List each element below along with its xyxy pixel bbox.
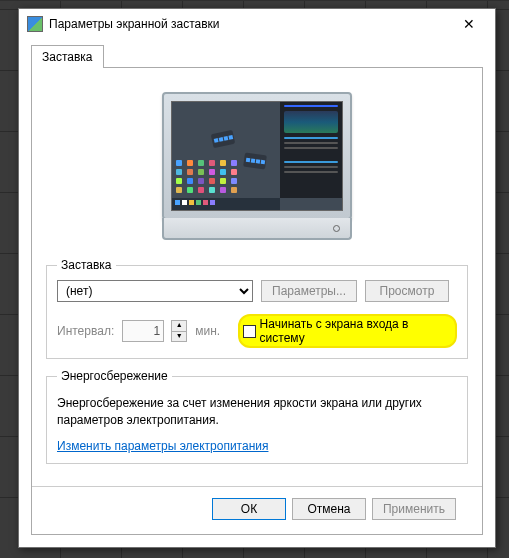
apply-button[interactable]: Применить <box>372 498 456 520</box>
tab-panel: Заставка (нет) Параметры... Просмотр Инт… <box>31 67 483 535</box>
close-icon: ✕ <box>463 16 475 32</box>
tab-screensaver[interactable]: Заставка <box>31 45 104 68</box>
resume-highlight: Начинать с экрана входа в систему <box>238 314 457 348</box>
chevron-down-icon[interactable]: ▼ <box>172 331 186 341</box>
energy-legend: Энергосбережение <box>57 369 172 383</box>
power-settings-link[interactable]: Изменить параметры электропитания <box>57 439 268 453</box>
preview-side-panel <box>280 102 342 198</box>
screensaver-group: Заставка (нет) Параметры... Просмотр Инт… <box>46 258 468 359</box>
interval-stepper[interactable]: ▲ ▼ <box>171 320 187 342</box>
window-title: Параметры экранной заставки <box>49 17 447 31</box>
screensaver-legend: Заставка <box>57 258 116 272</box>
resume-label: Начинать с экрана входа в систему <box>260 317 447 345</box>
dialog-button-bar: ОК Отмена Применить <box>46 487 468 520</box>
settings-button[interactable]: Параметры... <box>261 280 357 302</box>
preview-taskbar <box>172 198 280 210</box>
desktop-tile-icon <box>243 153 267 170</box>
close-button[interactable]: ✕ <box>447 10 491 38</box>
interval-input[interactable] <box>122 320 164 342</box>
interval-label: Интервал: <box>57 324 114 338</box>
energy-text: Энергосбережение за счет изменения яркос… <box>57 395 457 429</box>
interval-unit: мин. <box>195 324 220 338</box>
app-icon <box>27 16 43 32</box>
resume-checkbox[interactable] <box>243 325 255 338</box>
desktop-tile-icon <box>211 130 235 148</box>
titlebar: Параметры экранной заставки ✕ <box>19 9 495 39</box>
power-icon <box>333 225 340 232</box>
chevron-up-icon[interactable]: ▲ <box>172 321 186 331</box>
preview-button[interactable]: Просмотр <box>365 280 449 302</box>
screensaver-settings-dialog: Параметры экранной заставки ✕ Заставка <box>18 8 496 548</box>
monitor-preview <box>162 92 352 240</box>
cancel-button[interactable]: Отмена <box>292 498 366 520</box>
desktop-icon-grid <box>176 160 239 193</box>
ok-button[interactable]: ОК <box>212 498 286 520</box>
preview-area <box>46 82 468 258</box>
screensaver-select[interactable]: (нет) <box>57 280 253 302</box>
energy-group: Энергосбережение Энергосбережение за сче… <box>46 369 468 464</box>
